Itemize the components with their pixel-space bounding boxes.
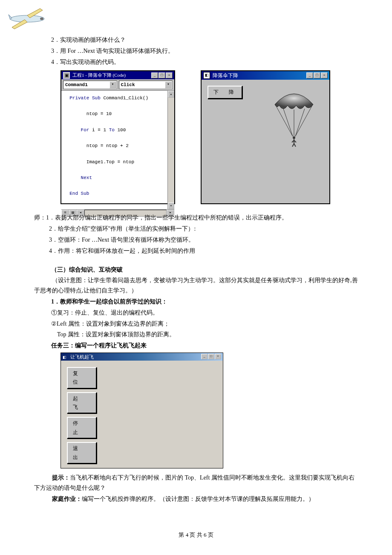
vertical-scrollbar[interactable]: ▴ ▾ xyxy=(167,91,174,209)
descend-button[interactable]: 下 降 xyxy=(208,86,242,98)
object-dropdown[interactable]: Command1 ▾ xyxy=(63,81,117,89)
plane-title: 让飞机起飞 xyxy=(70,353,94,361)
plane-body: 复 位 起 飞 停 止 退 出 xyxy=(61,361,223,468)
form-title: 降落伞下降 xyxy=(213,71,238,80)
page: 2．实现动画的循环体什么？ 3．用 For …Next 语句实现让循环体循环执行… xyxy=(0,0,392,555)
window-icon: ▣ xyxy=(63,72,70,79)
form-icon: ◧ xyxy=(203,72,210,79)
form-icon: ◧ xyxy=(63,354,68,359)
svg-point-11 xyxy=(10,15,44,22)
scroll-down-button[interactable]: ▾ xyxy=(168,202,174,209)
svg-line-4 xyxy=(295,105,312,136)
minimize-button[interactable]: _ xyxy=(151,72,158,78)
homework-para: 家庭作业：编写一个飞机投炸弹的程序。（设计意图：反馈学生对本节课的理解及拓展应用… xyxy=(34,494,358,504)
figure-row-1: ▣ 工程1 - 降落伞下降 (Code) _ □ × Command1 ▾ Cl… xyxy=(61,70,358,204)
sub1-line: Top 属性：设置对象到窗体顶部边界的距离。 xyxy=(51,330,358,340)
svg-line-1 xyxy=(283,109,293,136)
maximize-button[interactable]: □ xyxy=(208,354,214,359)
sub1-line: ①复习：停止、复位、退出的编程代码。 xyxy=(51,308,358,318)
plane-form-window: ◧ 让飞机起飞 _ □ × xyxy=(61,353,223,468)
teacher-line: 师：1．表扬大部分编出正确程序的同学，指出一些学生编程过程中所犯的错误，出示正确… xyxy=(34,213,358,223)
svg-point-12 xyxy=(40,17,43,20)
main-content: 2．实现动画的循环体什么？ 3．用 For …Next 语句实现让循环体循环执行… xyxy=(51,35,358,504)
vb-code-window: ▣ 工程1 - 降落伞下降 (Code) _ □ × Command1 ▾ Cl… xyxy=(61,70,175,204)
sub1-line: ②Left 属性：设置对象到窗体左边界的距离； xyxy=(51,319,358,329)
task3-heading: 任务三：编写一个程序让飞机飞起来 xyxy=(51,341,358,351)
form-titlebar: ◧ 降落伞下降 _ □ × xyxy=(202,71,329,80)
hint-text: 当飞机不断地向右下方飞行的时候，图片的 Top、Left 属性值同时不断地发生变… xyxy=(34,474,355,491)
sub1-heading: 1．教师和学生一起综合以前所学过的知识： xyxy=(51,297,358,307)
maximize-button[interactable]: □ xyxy=(314,72,320,78)
svg-line-10 xyxy=(294,144,296,147)
teacher-line: 3．空循环：For …Next 语句里没有循环体称为空循环。 xyxy=(34,235,358,245)
intro-line: 3．用 For …Next 语句实现让循环体循环执行。 xyxy=(51,46,358,56)
object-dropdown-value: Command1 xyxy=(65,81,88,89)
svg-line-3 xyxy=(295,109,305,136)
close-button[interactable]: × xyxy=(166,72,173,78)
code-area: Private Sub Command1_Click() ntop = 10 F… xyxy=(61,91,174,209)
teacher-line: 4．作用：将它和循环体放在一起，起到延长时间的作用 xyxy=(34,246,358,256)
close-button[interactable]: × xyxy=(215,354,221,359)
event-dropdown-value: Click xyxy=(121,81,135,89)
hint-para: 提示：当飞机不断地向右下方飞行的时候，图片的 Top、Left 属性值同时不断地… xyxy=(34,473,358,493)
vb-code[interactable]: Private Sub Command1_Click() ntop = 10 F… xyxy=(61,91,167,209)
intro-line: 2．实现动画的循环体什么？ xyxy=(51,35,358,45)
takeoff-button[interactable]: 起 飞 xyxy=(67,392,97,414)
section-3-heading: （三）综合知识、互动突破 xyxy=(51,265,358,275)
svg-point-5 xyxy=(293,136,295,139)
code-dropdowns: Command1 ▾ Click ▾ xyxy=(61,79,174,91)
close-button[interactable]: × xyxy=(321,72,328,78)
maximize-button[interactable]: □ xyxy=(159,72,165,78)
teacher-label: 师： xyxy=(34,214,46,221)
plane-left-column: 复 位 起 飞 停 止 退 出 xyxy=(61,361,100,468)
intro-line: 4．写出实现动画的代码。 xyxy=(51,57,358,67)
minimize-button[interactable]: _ xyxy=(306,72,313,78)
plane-area xyxy=(100,361,223,468)
plane-image xyxy=(6,5,49,34)
svg-line-9 xyxy=(292,144,294,147)
scroll-up-button[interactable]: ▴ xyxy=(168,91,174,98)
chevron-down-icon[interactable]: ▾ xyxy=(165,81,172,88)
hint-label: 提示： xyxy=(52,474,70,481)
parachute-image xyxy=(271,87,317,150)
homework-text: 编写一个飞机投炸弹的程序。（设计意图：反馈学生对本节课的理解及拓展应用能力。） xyxy=(82,496,314,502)
stop-button[interactable]: 停 止 xyxy=(67,417,97,439)
teacher-line: 2．给学生介绍"空循环"作用（举生活的实例解释一下）: xyxy=(34,224,358,234)
parachute-form-window: ◧ 降落伞下降 _ □ × 下 降 xyxy=(201,70,330,204)
reset-button[interactable]: 复 位 xyxy=(67,367,97,389)
minimize-button[interactable]: _ xyxy=(201,354,208,359)
chevron-down-icon[interactable]: ▾ xyxy=(110,81,116,88)
code-window-titlebar: ▣ 工程1 - 降落伞下降 (Code) _ □ × xyxy=(61,71,174,79)
event-dropdown[interactable]: Click ▾ xyxy=(119,81,173,89)
homework-label: 家庭作业： xyxy=(52,496,82,502)
exit-button[interactable]: 退 出 xyxy=(67,442,97,464)
form-body: 下 降 xyxy=(202,80,329,203)
teacher-block: 师：1．表扬大部分编出正确程序的同学，指出一些学生编程过程中所犯的错误，出示正确… xyxy=(34,213,358,256)
section-3-design: （设计意图：让学生带着问题去思考，变被动学习为主动学习。这部分其实就是任务驱动式… xyxy=(34,275,358,296)
page-footer: 第 4 页 共 6 页 xyxy=(0,530,392,540)
code-window-title: 工程1 - 降落伞下降 (Code) xyxy=(72,71,126,79)
svg-line-0 xyxy=(276,105,293,136)
scroll-track[interactable] xyxy=(168,98,174,202)
plane-titlebar: ◧ 让飞机起飞 _ □ × xyxy=(61,353,223,361)
